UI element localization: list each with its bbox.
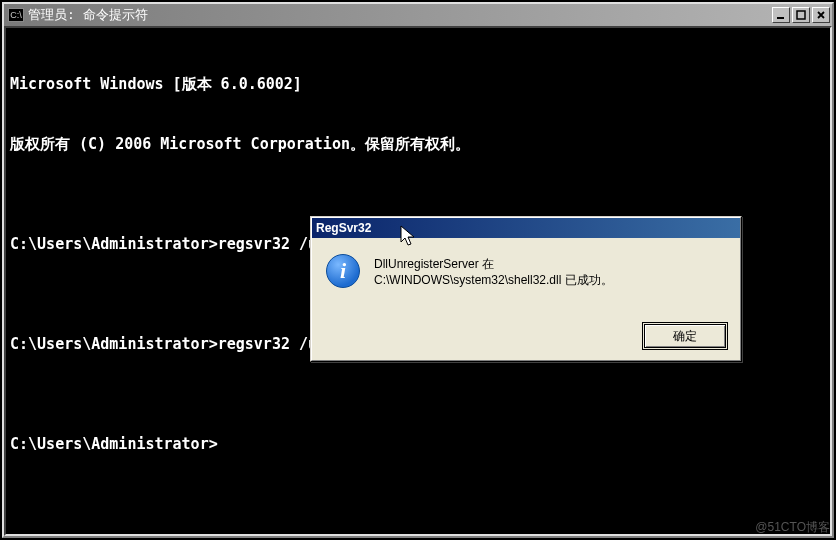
watermark: @51CTO博客 [755,519,830,536]
terminal-line: 版权所有 (C) 2006 Microsoft Corporation。保留所有… [10,134,826,154]
regsvr32-dialog: RegSvr32 i DllUnregisterServer 在 C:\WIND… [310,216,742,362]
dialog-message-line: DllUnregisterServer 在 [374,256,613,272]
minimize-button[interactable] [772,7,790,23]
ok-button[interactable]: 确定 [644,324,726,348]
titlebar[interactable]: C:\ 管理员: 命令提示符 [4,4,832,26]
svg-rect-1 [797,11,805,19]
window-controls [772,7,830,23]
window-title: 管理员: 命令提示符 [28,6,768,24]
svg-rect-0 [777,17,784,19]
close-button[interactable] [812,7,830,23]
terminal-line: Microsoft Windows [版本 6.0.6002] [10,74,826,94]
info-icon: i [326,254,360,288]
terminal-line: C:\Users\Administrator> [10,434,826,454]
cmd-icon: C:\ [8,8,24,22]
dialog-title[interactable]: RegSvr32 [312,218,740,238]
dialog-message: DllUnregisterServer 在 C:\WINDOWS\system3… [374,254,613,314]
dialog-body: i DllUnregisterServer 在 C:\WINDOWS\syste… [312,238,740,324]
dialog-message-line: C:\WINDOWS\system32\shell32.dll 已成功。 [374,272,613,288]
maximize-button[interactable] [792,7,810,23]
